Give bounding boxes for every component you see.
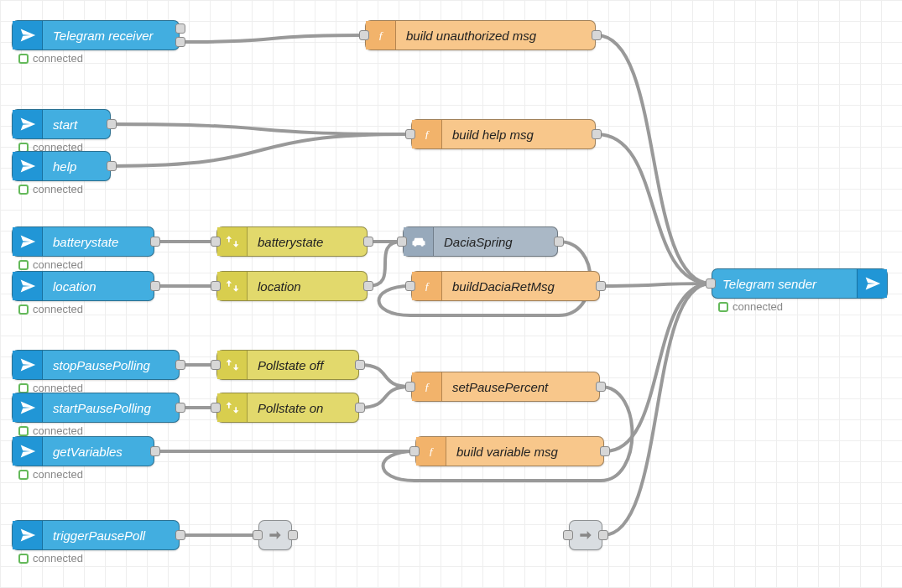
port-in[interactable] bbox=[359, 30, 369, 40]
status-dot bbox=[18, 554, 29, 564]
port-out[interactable] bbox=[175, 403, 185, 413]
node-batterystate_in[interactable]: batterystate bbox=[12, 226, 154, 257]
node-build_help[interactable]: ƒbuild help msg bbox=[411, 119, 596, 149]
node-pollstate_on[interactable]: Pollstate on bbox=[216, 393, 359, 423]
port-out[interactable] bbox=[592, 30, 602, 40]
node-buildDaciaRetMsg[interactable]: ƒbuildDaciaRetMsg bbox=[411, 271, 600, 301]
function-icon: ƒ bbox=[412, 272, 442, 300]
wire[interactable] bbox=[368, 242, 402, 286]
wire[interactable] bbox=[605, 284, 711, 451]
port-out[interactable] bbox=[355, 360, 365, 370]
node-label: build variable msg bbox=[446, 445, 603, 459]
port-out[interactable] bbox=[107, 161, 117, 171]
port-out[interactable] bbox=[363, 237, 373, 247]
telegram-icon bbox=[13, 521, 43, 549]
status-text: connected bbox=[33, 552, 83, 565]
node-daciaspring[interactable]: DaciaSpring bbox=[403, 226, 558, 257]
node-label: Telegram receiver bbox=[43, 29, 179, 43]
wire[interactable] bbox=[597, 134, 711, 284]
node-status: connected bbox=[18, 424, 83, 437]
port-out[interactable] bbox=[554, 237, 564, 247]
port-in[interactable] bbox=[397, 237, 407, 247]
port-out[interactable] bbox=[175, 37, 185, 47]
node-triggerPausePoll[interactable]: triggerPausePoll bbox=[12, 520, 180, 550]
node-status: connected bbox=[18, 183, 83, 195]
status-dot bbox=[18, 426, 29, 436]
wire[interactable] bbox=[360, 365, 410, 387]
node-start[interactable]: start bbox=[12, 109, 111, 139]
port-in[interactable] bbox=[405, 129, 415, 139]
telegram-icon bbox=[13, 152, 43, 180]
status-dot bbox=[718, 302, 728, 312]
port-in[interactable] bbox=[211, 360, 221, 370]
node-link_out[interactable] bbox=[258, 520, 292, 550]
port-in[interactable] bbox=[405, 281, 415, 291]
port-in[interactable] bbox=[211, 403, 221, 413]
port-out[interactable] bbox=[175, 360, 185, 370]
function-icon: ƒ bbox=[412, 120, 442, 148]
telegram-icon bbox=[13, 110, 43, 138]
port-out[interactable] bbox=[600, 446, 610, 456]
port-in[interactable] bbox=[409, 446, 420, 456]
node-location_in[interactable]: location bbox=[12, 271, 154, 301]
change-icon bbox=[217, 227, 248, 256]
port-out[interactable] bbox=[150, 237, 160, 247]
status-dot bbox=[18, 185, 29, 195]
port-in[interactable] bbox=[563, 530, 573, 540]
function-icon: ƒ bbox=[416, 437, 446, 466]
port-out[interactable] bbox=[598, 530, 608, 540]
node-link_in[interactable] bbox=[569, 520, 602, 550]
node-status: connected bbox=[718, 300, 783, 313]
node-telegram_receiver[interactable]: Telegram receiver bbox=[12, 20, 180, 50]
telegram-icon bbox=[13, 351, 43, 379]
port-in[interactable] bbox=[211, 281, 221, 291]
function-icon: ƒ bbox=[366, 21, 396, 49]
wire[interactable] bbox=[112, 124, 410, 134]
port-in[interactable] bbox=[253, 530, 263, 540]
wire[interactable] bbox=[112, 134, 410, 166]
node-location_ch[interactable]: location bbox=[216, 271, 368, 301]
port-out[interactable] bbox=[150, 446, 160, 456]
port-out[interactable] bbox=[596, 382, 606, 392]
node-label: Pollstate on bbox=[248, 401, 358, 415]
node-build_unauth[interactable]: ƒbuild unauthorized msg bbox=[365, 20, 596, 50]
port-out[interactable] bbox=[355, 403, 365, 413]
svg-text:ƒ: ƒ bbox=[378, 29, 383, 41]
svg-text:ƒ: ƒ bbox=[424, 127, 430, 140]
node-label: start bbox=[43, 117, 110, 132]
node-label: Telegram sender bbox=[712, 277, 857, 291]
port-in[interactable] bbox=[211, 237, 221, 247]
port-out[interactable] bbox=[175, 530, 185, 540]
node-pollstate_off[interactable]: Pollstate off bbox=[216, 350, 359, 380]
status-text: connected bbox=[33, 424, 83, 437]
node-telegram_sender[interactable]: Telegram sender bbox=[712, 268, 888, 299]
telegram-icon bbox=[857, 269, 887, 298]
port-out[interactable] bbox=[596, 281, 606, 291]
link-icon bbox=[259, 521, 291, 549]
port-out[interactable] bbox=[288, 530, 298, 540]
port-in[interactable] bbox=[405, 382, 415, 392]
node-stopPausePolling[interactable]: stopPausePolling bbox=[12, 350, 180, 380]
port-out[interactable] bbox=[150, 281, 160, 291]
node-help[interactable]: help bbox=[12, 151, 111, 181]
node-label: stopPausePolling bbox=[43, 358, 179, 372]
wire[interactable] bbox=[597, 35, 711, 284]
port-out[interactable] bbox=[175, 23, 185, 34]
node-label: location bbox=[248, 279, 367, 294]
node-startPausePolling[interactable]: startPausePolling bbox=[12, 393, 180, 423]
node-batterystate_ch[interactable]: batterystate bbox=[216, 226, 368, 257]
port-out[interactable] bbox=[363, 281, 373, 291]
node-status: connected bbox=[18, 552, 83, 565]
flow-canvas[interactable]: Telegram receiverconnectedstartconnected… bbox=[0, 0, 902, 588]
wire[interactable] bbox=[180, 35, 364, 42]
node-build_variable[interactable]: ƒbuild variable msg bbox=[415, 436, 604, 466]
port-out[interactable] bbox=[592, 129, 602, 139]
wire[interactable] bbox=[601, 284, 711, 286]
wire[interactable] bbox=[360, 387, 410, 408]
node-getVariables[interactable]: getVariables bbox=[12, 436, 154, 466]
port-in[interactable] bbox=[706, 278, 716, 289]
wire[interactable] bbox=[603, 284, 711, 535]
change-icon bbox=[217, 351, 248, 379]
node-setPausePercent[interactable]: ƒsetPausePercent bbox=[411, 372, 600, 402]
port-out[interactable] bbox=[107, 119, 117, 129]
